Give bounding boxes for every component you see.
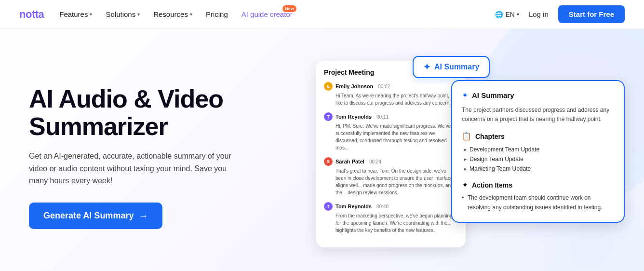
speaker-line-3: S Sarah Patel 00:24 — [324, 157, 458, 166]
speaker-dot-emily: E — [324, 82, 333, 91]
generate-summary-button[interactable]: Generate AI Summary → — [29, 203, 162, 229]
cta-label: Generate AI Summary — [43, 211, 134, 221]
action-items-icon: ✦ — [462, 180, 468, 190]
new-badge: New — [282, 5, 296, 12]
chapter-item-1: Development Team Update — [464, 145, 614, 154]
speaker-dot-tom-1: T — [324, 112, 333, 121]
speaker-name-2: Tom Reynolds — [335, 114, 372, 120]
navbar: notta Features ▾ Solutions ▾ Resources ▾… — [0, 0, 644, 29]
action-item-text: The development team should continue wor… — [462, 193, 614, 212]
cta-arrow-icon: → — [138, 210, 148, 221]
transcript-text-2: Hi, PM. Sure. We've made significant pro… — [324, 122, 458, 151]
nav-right: 🌐 EN ▾ Log in Start for Free — [495, 5, 625, 23]
features-chevron-icon: ▾ — [90, 12, 92, 17]
nav-ai-guide[interactable]: AI guide creator New — [242, 10, 293, 18]
speaker-line-4: T Tom Reynolds 00:40 — [324, 202, 458, 211]
ai-panel-summary: The project partners discussed progress … — [462, 106, 614, 124]
ai-summary-tab[interactable]: ✦ AI Summary — [413, 56, 490, 78]
ai-panel-header: ✦ AI Summary — [462, 91, 614, 100]
transcript-entry-2: T Tom Reynolds 00:11 Hi, PM. Sure. We've… — [324, 112, 458, 151]
ai-tab-label: AI Summary — [434, 63, 479, 71]
action-items-title: Action Items — [472, 181, 512, 189]
hero-right-mockup: Project Meeting E Emily Johnson 00:02 Hi… — [316, 51, 625, 263]
transcript-entry-3: S Sarah Patel 00:24 That's great to hear… — [324, 157, 458, 196]
speaker-name-4: Tom Reynolds — [335, 203, 372, 209]
nav-features[interactable]: Features ▾ — [59, 10, 92, 18]
speaker-dot-tom-2: T — [324, 202, 333, 211]
start-free-button[interactable]: Start for Free — [558, 5, 625, 23]
logo[interactable]: notta — [19, 8, 44, 21]
ai-tab-icon: ✦ — [423, 62, 430, 72]
speaker-dot-sarah: S — [324, 157, 333, 166]
transcript-entry-1: E Emily Johnson 00:02 Hi Team. As we're … — [324, 82, 458, 107]
transcript-text-3: That's great to hear, Tom. On the design… — [324, 167, 458, 196]
hero-section: AI Audio & Video Summarizer Get an AI-ge… — [0, 29, 644, 271]
speaker-name-3: Sarah Patel — [335, 159, 364, 164]
transcript-text-1: Hi Team. As we're nearing the project's … — [324, 92, 458, 107]
speaker-line-2: T Tom Reynolds 00:11 — [324, 112, 458, 121]
transcript-entry-4: T Tom Reynolds 00:40 From the marketing … — [324, 202, 458, 234]
ai-summary-panel: ✦ AI Summary The project partners discus… — [451, 80, 625, 223]
chapter-item-3: Marketing Team Update — [464, 164, 614, 174]
language-selector[interactable]: 🌐 EN ▾ — [495, 11, 519, 18]
hero-subtitle: Get an AI-generated, accurate, actionabl… — [29, 150, 241, 187]
transcript-card: Project Meeting E Emily Johnson 00:02 Hi… — [316, 61, 466, 247]
chapter-item-2: Design Team Update — [464, 154, 614, 164]
lang-chevron-icon: ▾ — [517, 12, 519, 17]
login-button[interactable]: Log in — [529, 10, 549, 18]
speaker-line-1: E Emily Johnson 00:02 — [324, 82, 458, 91]
globe-icon: 🌐 — [495, 11, 503, 18]
transcript-text-4: From the marketing perspective, we've be… — [324, 212, 458, 234]
resources-chevron-icon: ▾ — [190, 12, 192, 17]
chapters-title: Chapters — [475, 133, 505, 140]
chapter-list: Development Team Update Design Team Upda… — [462, 145, 614, 174]
ai-panel-title: AI Summary — [472, 91, 514, 99]
speaker-time-2: 00:11 — [376, 114, 389, 120]
action-items-section-header: ✦ Action Items — [462, 180, 614, 190]
speaker-time-1: 00:02 — [378, 84, 390, 89]
nav-solutions[interactable]: Solutions ▾ — [106, 10, 140, 18]
hero-left: AI Audio & Video Summarizer Get an AI-ge… — [29, 85, 241, 229]
speaker-time-3: 00:24 — [369, 159, 381, 164]
speaker-name-1: Emily Johnson — [335, 83, 373, 89]
solutions-chevron-icon: ▾ — [137, 12, 140, 17]
ai-panel-icon: ✦ — [462, 91, 468, 100]
nav-pricing[interactable]: Pricing — [206, 10, 228, 18]
speaker-time-4: 00:40 — [376, 204, 389, 209]
nav-left: notta Features ▾ Solutions ▾ Resources ▾… — [19, 8, 293, 21]
hero-title: AI Audio & Video Summarizer — [29, 85, 241, 140]
chapters-icon: 📋 — [462, 132, 471, 141]
nav-links: Features ▾ Solutions ▾ Resources ▾ Prici… — [59, 10, 292, 18]
nav-resources[interactable]: Resources ▾ — [153, 10, 192, 18]
chapters-section-header: 📋 Chapters — [462, 132, 614, 141]
